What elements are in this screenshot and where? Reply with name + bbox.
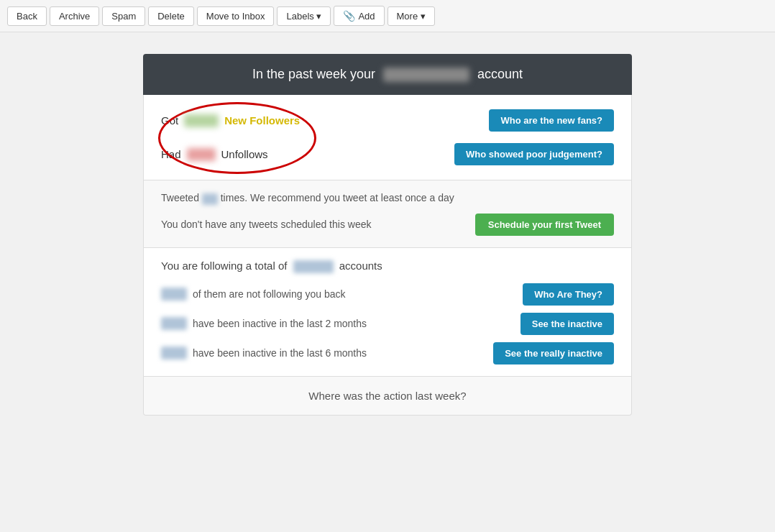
no-scheduled-text: You don't have any tweets scheduled this… xyxy=(161,219,371,230)
see-really-inactive-button[interactable]: See the really inactive xyxy=(493,342,614,364)
following-title: You are following a total of accounts xyxy=(161,260,614,273)
archive-button[interactable]: Archive xyxy=(50,6,99,26)
see-inactive-button[interactable]: See the inactive xyxy=(521,313,614,335)
unfollows-row: Had Unfollows Who showed poor judgement? xyxy=(161,143,614,165)
spam-button[interactable]: Spam xyxy=(102,6,145,26)
footer-card: Where was the action last week? xyxy=(143,377,632,416)
inactive-6m-count-blurred xyxy=(161,347,187,359)
got-label: Got xyxy=(161,114,178,127)
stats-card: Got New Followers Who are the new fans? … xyxy=(143,95,632,180)
header-card: In the past week your account xyxy=(143,54,632,95)
poor-judgement-button[interactable]: Who showed poor judgement? xyxy=(454,143,614,165)
unfollows-count-blurred xyxy=(187,148,216,161)
labels-button[interactable]: Labels ▾ xyxy=(277,6,331,26)
schedule-row: You don't have any tweets scheduled this… xyxy=(161,214,614,236)
back-button[interactable]: Back xyxy=(7,6,47,26)
who-are-new-fans-button[interactable]: Who are the new fans? xyxy=(489,109,614,132)
not-following-count-blurred xyxy=(161,288,187,301)
new-followers-label: New Followers xyxy=(224,114,300,127)
tweet-count-blurred xyxy=(202,193,218,205)
add-button[interactable]: 📎 Add xyxy=(334,6,384,26)
followers-row: Got New Followers Who are the new fans? xyxy=(161,109,614,132)
tweet-section: Tweeted times. We recommend you tweet at… xyxy=(143,180,632,247)
delete-button[interactable]: Delete xyxy=(148,6,194,26)
unfollows-left: Had Unfollows xyxy=(161,148,268,161)
schedule-first-tweet-button[interactable]: Schedule your first Tweet xyxy=(475,214,614,236)
main-content: In the past week your account Got New Fo… xyxy=(129,54,646,416)
header-text-before: In the past week your xyxy=(252,67,375,81)
tweet-frequency-text: Tweeted times. We recommend you tweet at… xyxy=(161,192,454,204)
inactive-2m-row: have been inactive in the last 2 months … xyxy=(161,313,614,335)
unfollows-label: Unfollows xyxy=(221,148,268,160)
tweet-frequency-row: Tweeted times. We recommend you tweet at… xyxy=(161,192,614,204)
following-section: You are following a total of accounts of… xyxy=(143,248,632,377)
who-are-they-button[interactable]: Who Are They? xyxy=(523,283,614,306)
toolbar: Back Archive Spam Delete Move to Inbox L… xyxy=(0,0,775,32)
not-following-text: of them are not following you back xyxy=(161,288,345,301)
move-to-inbox-button[interactable]: Move to Inbox xyxy=(197,6,275,26)
account-name-blurred xyxy=(383,68,469,82)
had-label: Had xyxy=(161,148,181,160)
inactive-2m-text: have been inactive in the last 2 months xyxy=(161,317,367,330)
clip-icon: 📎 xyxy=(343,10,355,22)
footer-text: Where was the action last week? xyxy=(308,390,466,402)
not-following-back-row: of them are not following you back Who A… xyxy=(161,283,614,306)
more-button[interactable]: More ▾ xyxy=(388,6,435,26)
followers-left: Got New Followers xyxy=(161,114,300,127)
inactive-6m-text: have been inactive in the last 6 months xyxy=(161,347,367,359)
inactive-6m-row: have been inactive in the last 6 months … xyxy=(161,342,614,364)
total-accounts-blurred xyxy=(293,260,334,273)
inactive-2m-count-blurred xyxy=(161,317,187,330)
followers-count-blurred xyxy=(184,114,219,127)
header-text-after: account xyxy=(477,67,523,81)
